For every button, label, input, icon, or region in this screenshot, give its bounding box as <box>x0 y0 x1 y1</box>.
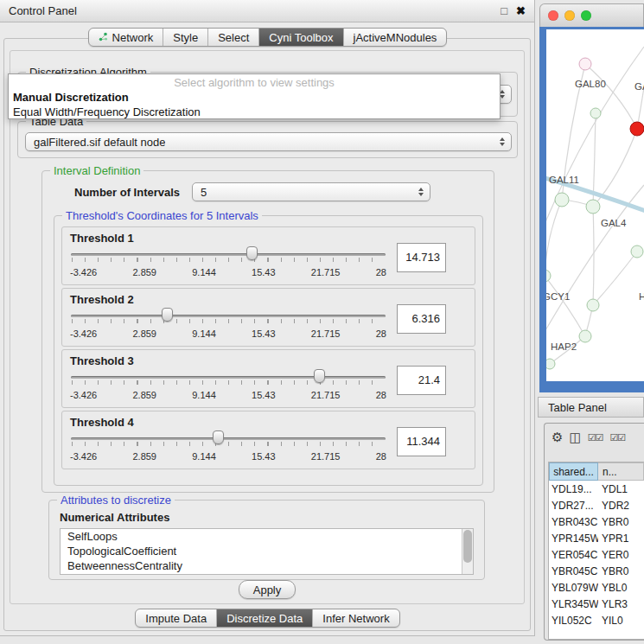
network-node-pink[interactable] <box>579 58 591 70</box>
threshold-value-field[interactable]: 21.4 <box>397 366 446 395</box>
network-edge[interactable] <box>585 64 637 129</box>
network-node-green[interactable] <box>586 200 600 214</box>
scale-tick-label: 15.43 <box>252 390 276 400</box>
attribute-list-item[interactable]: SelfLoops <box>61 529 473 544</box>
table-data-combo[interactable]: galFiltered.sif default node <box>25 132 512 151</box>
cell-name[interactable]: YDL1 <box>598 483 644 495</box>
gear-icon[interactable]: ⚙ <box>552 430 562 445</box>
slider-track[interactable] <box>71 376 386 379</box>
table-row[interactable]: YPR145WYPR1 <box>549 530 644 546</box>
network-window-titlebar[interactable] <box>539 3 644 27</box>
attribute-list[interactable]: SelfLoopsTopologicalCoefficientBetweenne… <box>60 528 474 575</box>
network-node-green[interactable] <box>579 330 591 342</box>
network-node-red[interactable] <box>630 122 644 136</box>
threshold-slider[interactable] <box>70 308 386 326</box>
cell-shared-name[interactable]: YBL079W <box>549 582 598 594</box>
threshold-value-field[interactable]: 6.316 <box>397 304 446 334</box>
network-edge[interactable] <box>637 60 644 129</box>
threshold-slider[interactable] <box>70 246 386 265</box>
network-node-green[interactable] <box>587 299 599 311</box>
popup-option[interactable]: Equal Width/Frequency Discretization <box>9 105 500 119</box>
tab-discretize-data[interactable]: Discretize Data <box>217 609 313 627</box>
network-node-green[interactable] <box>555 193 569 207</box>
tab-infer-network[interactable]: Infer Network <box>313 609 399 627</box>
slider-thumb[interactable] <box>314 369 325 383</box>
column-header-name[interactable]: n... <box>598 462 644 481</box>
network-edge[interactable] <box>593 252 637 305</box>
apply-button[interactable]: Apply <box>239 580 296 599</box>
attribute-list-item[interactable]: BetweennessCentrality <box>61 558 473 573</box>
threshold-value-field[interactable]: 11.344 <box>397 427 446 456</box>
cell-name[interactable]: YLR3 <box>598 598 644 610</box>
attribute-list-item[interactable]: TopologicalCoefficient <box>61 544 473 558</box>
cell-name[interactable]: YIL0 <box>598 615 644 627</box>
tab-label: jActiveMNodules <box>354 31 437 44</box>
network-node-green[interactable] <box>590 108 601 118</box>
tab-network[interactable]: Network <box>89 29 164 46</box>
cell-name[interactable]: YBR0 <box>598 516 644 528</box>
table-panel-titlebar[interactable]: Table Panel <box>538 397 644 418</box>
tab-jactivemnodules[interactable]: jActiveMNodules <box>344 29 447 46</box>
cell-shared-name[interactable]: YPR145W <box>549 532 598 545</box>
network-edge[interactable] <box>546 276 585 336</box>
cell-shared-name[interactable]: YDL19... <box>549 483 598 495</box>
slider-track[interactable] <box>71 253 386 256</box>
network-node-green[interactable] <box>546 359 555 369</box>
cell-shared-name[interactable]: YLR345W <box>549 598 598 610</box>
scale-tick-label: 28 <box>376 267 386 277</box>
column-header-shared-name[interactable]: shared... <box>549 462 598 481</box>
slider-track[interactable] <box>71 315 386 317</box>
cell-shared-name[interactable]: YDR27... <box>549 500 598 512</box>
scrollbar-thumb[interactable] <box>463 530 472 563</box>
table-toolbar: ⚙◫☑☑☑☑ <box>545 424 644 462</box>
tab-style[interactable]: Style <box>163 29 208 46</box>
table-row[interactable]: YER054CYER0 <box>549 546 644 563</box>
minimize-traffic-light-icon[interactable] <box>564 10 575 21</box>
attribute-list-scrollbar[interactable] <box>462 529 473 574</box>
close-icon[interactable]: ✖ <box>516 4 526 17</box>
close-traffic-light-icon[interactable] <box>548 10 558 21</box>
cell-shared-name[interactable]: YER054C <box>549 549 598 561</box>
network-canvas[interactable]: GAL80GAGAL11GAL4GCY1HHAP2 <box>546 29 644 381</box>
tab-impute-data[interactable]: Impute Data <box>136 609 217 627</box>
table-row[interactable]: YDR27...YDR2 <box>549 497 644 513</box>
cell-shared-name[interactable]: YBR045C <box>549 565 598 577</box>
number-of-intervals-combo[interactable]: 5 <box>192 182 430 201</box>
tab-cyni-toolbox[interactable]: Cyni Toolbox <box>259 29 343 46</box>
columns-icon[interactable]: ◫ <box>569 430 580 445</box>
table-row[interactable]: YIL052CYIL0 <box>549 612 644 628</box>
node-table: shared... n... YDL19...YDL1YDR27...YDR2Y… <box>548 462 644 640</box>
table-row[interactable]: YBR045CYBR0 <box>549 563 644 579</box>
network-edge[interactable] <box>593 207 594 305</box>
cell-name[interactable]: YDR2 <box>598 500 644 512</box>
select-rows-icon[interactable]: ☑☑ <box>588 430 603 445</box>
slider-thumb[interactable] <box>162 308 173 322</box>
zoom-traffic-light-icon[interactable] <box>581 10 591 21</box>
threshold-slider[interactable] <box>70 369 386 387</box>
threshold-slider[interactable] <box>70 430 386 449</box>
float-icon[interactable]: □ <box>501 4 507 17</box>
select-columns-icon[interactable]: ☑☑ <box>609 430 625 445</box>
table-row[interactable]: YBL079WYBL0 <box>549 579 644 596</box>
network-node-green[interactable] <box>546 270 551 282</box>
network-edge[interactable] <box>546 200 562 276</box>
popup-option[interactable]: Manual Discretization <box>9 90 500 105</box>
tab-select[interactable]: Select <box>208 29 259 46</box>
cell-shared-name[interactable]: YBR043C <box>549 516 598 528</box>
cell-name[interactable]: YER0 <box>598 549 644 561</box>
slider-thumb[interactable] <box>246 246 258 260</box>
table-row[interactable]: YDL19...YDL1 <box>549 481 644 497</box>
control-panel-titlebar[interactable]: Control Panel □ ✖ <box>0 0 534 22</box>
cell-shared-name[interactable]: YIL052C <box>549 615 598 627</box>
network-icon <box>99 31 108 44</box>
slider-thumb[interactable] <box>213 430 224 444</box>
table-row[interactable]: YLR345WYLR3 <box>549 596 644 612</box>
table-row[interactable]: YBR043CYBR0 <box>549 513 644 530</box>
slider-ticks <box>72 442 385 446</box>
network-node-green[interactable] <box>631 245 643 258</box>
cell-name[interactable]: YBR0 <box>598 565 644 577</box>
slider-track[interactable] <box>71 437 386 440</box>
cell-name[interactable]: YPR1 <box>598 532 644 545</box>
threshold-value-field[interactable]: 14.713 <box>397 243 446 272</box>
cell-name[interactable]: YBL0 <box>598 582 644 594</box>
